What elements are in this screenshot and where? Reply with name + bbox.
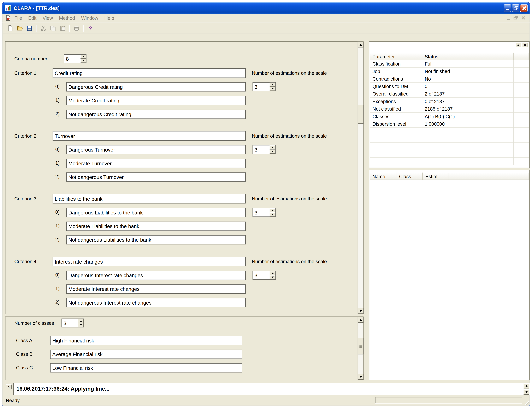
header-cell-name[interactable]: Name: [370, 172, 396, 180]
table-row: Overall classified 2 of 2187: [370, 90, 529, 98]
spin-down-button[interactable]: [270, 275, 276, 279]
menu-item-window[interactable]: Window: [78, 14, 101, 22]
menu-item-file[interactable]: File: [11, 14, 25, 22]
spin-up-button[interactable]: [270, 83, 276, 87]
scroll-up-button[interactable]: [358, 42, 364, 48]
scale-value-input[interactable]: [66, 145, 246, 154]
paste-button[interactable]: [58, 24, 67, 33]
scale-value-input[interactable]: [66, 284, 246, 294]
table-row-empty: [370, 128, 529, 135]
criteria-scrollbar[interactable]: [357, 42, 363, 314]
criteria-number-label: Criteria number: [14, 56, 47, 61]
resize-grip[interactable]: [524, 400, 529, 405]
status-pane: [375, 397, 522, 403]
cut-icon: [40, 25, 46, 31]
scroll-up-button[interactable]: [358, 317, 364, 323]
spin-up-button[interactable]: [78, 319, 84, 323]
scale-value-input[interactable]: [66, 208, 246, 217]
header-cell-class[interactable]: Class: [396, 172, 423, 180]
screen: CLARA - [TTR.des] File Edit View: [0, 0, 532, 408]
cut-button[interactable]: [39, 24, 48, 33]
class-a-input[interactable]: [50, 336, 242, 345]
status-cell: 2 of 2187: [422, 90, 514, 98]
scale-value-input[interactable]: [66, 298, 246, 307]
print-icon: [73, 25, 79, 31]
criterion-label: Criterion 2: [14, 133, 36, 138]
scroll-down-button[interactable]: [358, 308, 364, 314]
parameter-cell: Dispersion level: [370, 120, 422, 128]
scroll-down-button[interactable]: [523, 389, 529, 395]
spin-down-button[interactable]: [80, 59, 86, 63]
log-scrollbar[interactable]: [523, 383, 529, 395]
mdi-minimize-button[interactable]: [507, 19, 510, 20]
menu-item-view[interactable]: View: [40, 14, 56, 22]
criterion-name-input[interactable]: [52, 257, 246, 266]
menu-item-method[interactable]: Method: [56, 14, 78, 22]
menu-item-edit[interactable]: Edit: [25, 14, 40, 22]
header-cell-estimation[interactable]: Estim...: [423, 172, 449, 180]
spin-down-button[interactable]: [270, 150, 276, 153]
scale-value-input[interactable]: [66, 110, 246, 119]
spin-up-button[interactable]: [270, 271, 276, 275]
mdi-restore-button[interactable]: [513, 16, 518, 20]
minimize-button[interactable]: [504, 4, 511, 12]
splitter-close-button[interactable]: ×: [522, 43, 528, 47]
paste-icon: [59, 25, 65, 31]
criterion-name-input[interactable]: [52, 194, 246, 204]
copy-icon: [50, 25, 56, 31]
client-area: Criteria number 8 Criterion 1 Number of …: [2, 34, 530, 383]
objects-panel: Name Class Estim...: [369, 170, 530, 380]
log-message: 16.06.2017:17:36:24: Applying line...: [16, 386, 110, 392]
scrollbar-thumb[interactable]: [358, 338, 364, 355]
spin-up-button[interactable]: [80, 55, 86, 59]
status-cell: 1.000000: [422, 120, 514, 128]
table-row-empty: [370, 150, 529, 158]
scale-row: 0): [5, 208, 265, 217]
header-cell-status[interactable]: Status: [422, 52, 514, 60]
spin-down-button[interactable]: [78, 323, 84, 327]
copy-button[interactable]: [48, 24, 57, 33]
spin-down-button[interactable]: [270, 87, 276, 91]
criterion-name-input[interactable]: [52, 131, 246, 141]
save-button[interactable]: [25, 24, 34, 33]
new-file-icon: [7, 25, 13, 31]
class-c-input[interactable]: [50, 363, 242, 373]
scale-value-input[interactable]: [66, 222, 246, 231]
scrollbar-thumb[interactable]: [358, 105, 364, 124]
classes-scrollbar[interactable]: [357, 317, 363, 380]
scale-row: 2): [5, 298, 265, 307]
help-button[interactable]: ?: [86, 24, 95, 33]
log-close-button[interactable]: ×: [6, 384, 12, 389]
scale-row: 0): [5, 145, 265, 155]
table-row: Classes A(1) B(0) C(1): [370, 113, 529, 120]
table-row: Job Not finished: [370, 68, 529, 75]
scale-value-input[interactable]: [66, 271, 246, 280]
criteria-number-value[interactable]: 8: [64, 55, 80, 63]
table-row: Dispersion level 1.000000: [370, 120, 529, 128]
scale-value-input[interactable]: [66, 96, 246, 105]
open-file-button[interactable]: [15, 24, 24, 33]
scale-index-label: 2): [55, 299, 60, 305]
table-row: Classification Full: [370, 60, 529, 68]
scroll-down-button[interactable]: [358, 374, 364, 380]
scale-value-input[interactable]: [66, 172, 246, 182]
scale-value-input[interactable]: [66, 159, 246, 168]
scroll-up-button[interactable]: [523, 383, 529, 389]
mdi-close-button[interactable]: [521, 16, 525, 20]
close-button[interactable]: [520, 4, 527, 12]
header-cell-parameter[interactable]: Parameter: [370, 52, 422, 60]
print-button[interactable]: [72, 24, 81, 33]
spin-up-button[interactable]: [270, 145, 276, 150]
scale-value-input[interactable]: [66, 235, 246, 245]
spin-down-button[interactable]: [270, 212, 276, 217]
menu-item-help[interactable]: Help: [101, 14, 117, 22]
splitter-bar[interactable]: [371, 45, 514, 46]
restore-button[interactable]: [512, 4, 519, 12]
class-b-input[interactable]: [50, 350, 242, 359]
splitter-up-button[interactable]: [515, 43, 521, 47]
spin-up-button[interactable]: [270, 208, 276, 212]
classes-number-value[interactable]: 3: [62, 319, 78, 327]
scale-value-input[interactable]: [66, 82, 246, 91]
criterion-name-input[interactable]: [52, 68, 246, 78]
new-file-button[interactable]: [5, 24, 15, 33]
